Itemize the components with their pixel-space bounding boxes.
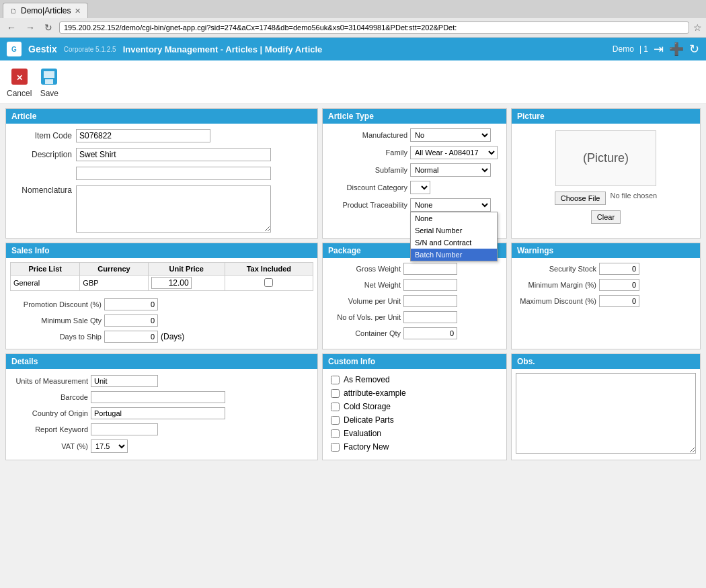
- days-to-ship-input[interactable]: [104, 331, 158, 343]
- nomenclatura-label: Nomenclatura: [11, 185, 72, 195]
- cancel-button[interactable]: ✕ Cancel: [7, 66, 32, 98]
- discount-select[interactable]: [410, 181, 430, 194]
- obs-textarea[interactable]: [516, 373, 696, 454]
- nomenclatura-textarea[interactable]: [76, 185, 271, 233]
- app-brand: Gestix: [28, 44, 57, 54]
- choose-file-button[interactable]: Choose File: [555, 192, 606, 205]
- warnings-panel: Warnings Security Stock Minimum Margin (…: [511, 243, 701, 349]
- country-input[interactable]: [91, 407, 225, 419]
- sales-panel: Sales Info Price List Currency Unit Pric…: [5, 243, 318, 349]
- min-sale-input[interactable]: [104, 314, 158, 327]
- attribute-example-checkbox[interactable]: [331, 389, 340, 398]
- factory-new-checkbox[interactable]: [331, 443, 340, 452]
- article-body: Item Code Description Nomenclatura: [6, 124, 317, 238]
- gross-weight-row: Gross Weight: [323, 261, 506, 277]
- refresh-btn[interactable]: ↻: [42, 21, 55, 34]
- discount-row: Discount Category: [323, 179, 506, 196]
- price-table: Price List Currency Unit Price Tax Inclu…: [10, 262, 313, 291]
- gross-weight-input[interactable]: [403, 263, 457, 275]
- net-weight-label: Net Weight: [327, 281, 401, 289]
- family-label: Family: [327, 149, 407, 157]
- bookmark-icon[interactable]: ☆: [693, 22, 702, 33]
- refresh-app-btn[interactable]: ↻: [689, 42, 699, 56]
- logout-btn[interactable]: ⇥: [654, 42, 664, 56]
- uom-input[interactable]: [91, 375, 158, 387]
- max-discount-input[interactable]: [599, 295, 639, 307]
- custom-evaluation: Evaluation: [327, 427, 502, 440]
- obs-header: Obs.: [512, 354, 700, 369]
- net-weight-input[interactable]: [403, 279, 457, 291]
- discount-label: Discount Category: [327, 183, 407, 192]
- container-qty-input[interactable]: [403, 327, 457, 339]
- details-panel: Details Units of Measurement Barcode Cou…: [5, 353, 318, 460]
- svg-rect-4: [45, 79, 53, 84]
- volume-row: Volume per Unit: [323, 293, 506, 309]
- clear-button[interactable]: Clear: [591, 210, 621, 224]
- traceability-dropdown-list: None Serial Number S/N and Contract Batc…: [410, 212, 498, 261]
- promotion-input[interactable]: [104, 298, 158, 310]
- app-version: Corporate 5.1.2.5: [64, 46, 116, 53]
- report-keyword-input[interactable]: [91, 423, 158, 435]
- min-sale-label: Minimum Sale Qty: [14, 317, 102, 325]
- container-qty-label: Container Qty: [327, 329, 401, 337]
- country-label: Country of Origin: [14, 409, 88, 417]
- volume-input[interactable]: [403, 295, 457, 307]
- factory-new-label: Factory New: [344, 442, 389, 452]
- clear-button-row: Clear: [591, 210, 621, 224]
- user-count: | 1: [639, 44, 648, 54]
- tab-icon: 🗋: [10, 7, 17, 15]
- evaluation-checkbox[interactable]: [331, 429, 340, 438]
- save-button[interactable]: Save: [38, 66, 60, 98]
- unit-price-input[interactable]: [151, 277, 192, 289]
- dropdown-serial-number[interactable]: Serial Number: [411, 224, 497, 237]
- security-stock-row: Security Stock: [512, 261, 700, 277]
- picture-placeholder: (Picture): [555, 130, 656, 186]
- address-input[interactable]: [59, 22, 689, 34]
- unit-price-header: Unit Price: [148, 263, 225, 276]
- back-btn[interactable]: ←: [4, 21, 19, 34]
- subfamily-select[interactable]: Normal: [410, 163, 491, 177]
- traceability-select[interactable]: None: [410, 198, 491, 212]
- svg-text:✕: ✕: [16, 73, 23, 83]
- traceability-row: Product Traceability None None Serial Nu…: [323, 196, 506, 214]
- vat-select[interactable]: 17.5: [91, 439, 128, 453]
- picture-body: (Picture) Choose File No file chosen Cle…: [512, 124, 700, 230]
- custom-info-panel: Custom Info As Removed attribute-example…: [322, 353, 507, 460]
- manufactured-select[interactable]: No Yes: [410, 128, 491, 142]
- description-input[interactable]: [76, 148, 271, 161]
- no-vols-input[interactable]: [403, 311, 457, 323]
- subfamily-label: Subfamily: [327, 166, 407, 174]
- min-margin-input[interactable]: [599, 279, 639, 291]
- currency-cell: GBP: [80, 276, 148, 291]
- dropdown-sn-contract[interactable]: S/N and Contract: [411, 237, 497, 249]
- top-panels-row: Article Item Code Description Nomenclatu…: [5, 108, 701, 239]
- delicate-parts-checkbox[interactable]: [331, 416, 340, 425]
- report-keyword-row: Report Keyword: [10, 421, 313, 437]
- dropdown-batch-number[interactable]: Batch Number: [411, 249, 497, 261]
- family-row: Family All Wear - A084017: [323, 144, 506, 161]
- browser-chrome: 🗋 Demo|Articles ✕ ← → ↻ ☆: [0, 0, 706, 38]
- browser-tab[interactable]: 🗋 Demo|Articles ✕: [3, 3, 88, 18]
- bottom-panels-row: Details Units of Measurement Barcode Cou…: [5, 353, 701, 460]
- barcode-input[interactable]: [91, 391, 225, 403]
- delicate-parts-label: Delicate Parts: [344, 415, 394, 425]
- security-stock-input[interactable]: [599, 263, 639, 275]
- tab-close-btn[interactable]: ✕: [75, 7, 81, 15]
- family-select[interactable]: All Wear - A084017: [410, 146, 498, 159]
- as-removed-checkbox[interactable]: [331, 376, 340, 384]
- dropdown-none[interactable]: None: [411, 212, 497, 224]
- cold-storage-checkbox[interactable]: [331, 403, 340, 411]
- sales-header: Sales Info: [6, 243, 317, 258]
- save-icon: [38, 66, 60, 87]
- add-btn[interactable]: ➕: [669, 42, 684, 56]
- custom-info-header: Custom Info: [323, 354, 506, 369]
- tax-checkbox[interactable]: [264, 278, 273, 287]
- description2-input[interactable]: [76, 167, 271, 180]
- tab-bar: 🗋 Demo|Articles ✕: [0, 0, 706, 18]
- warnings-header: Warnings: [512, 243, 700, 258]
- forward-btn[interactable]: →: [23, 21, 38, 34]
- uom-row: Units of Measurement: [10, 373, 313, 389]
- no-vols-label: No of Vols. per Unit: [327, 313, 401, 321]
- description-row: Description: [6, 145, 317, 164]
- item-code-input[interactable]: [76, 129, 210, 142]
